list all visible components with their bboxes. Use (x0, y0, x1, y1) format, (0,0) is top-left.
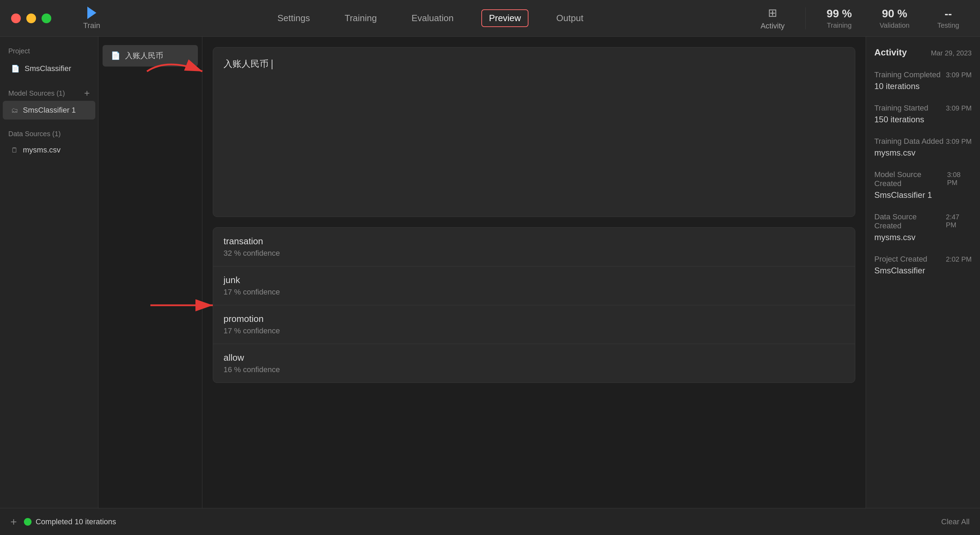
train-label: Train (83, 21, 100, 30)
activity-entry-0-value: 10 iterations (874, 81, 972, 91)
stat-testing-value: -- (945, 7, 952, 20)
status-text: Completed 10 iterations (36, 517, 116, 526)
result-item-0: transation 32 % confidence (213, 228, 855, 266)
cursor (272, 60, 272, 69)
result-confidence-1: 17 % confidence (224, 288, 845, 296)
train-button[interactable]: Train (62, 6, 121, 30)
activity-panel-title: Activity (874, 47, 907, 58)
activity-entry-4: Data Source Created 2:47 PM mysms.csv (874, 212, 972, 242)
stat-validation-label: Validation (880, 21, 909, 29)
bottom-bar: + Completed 10 iterations Clear All (0, 508, 980, 535)
traffic-lights (0, 14, 62, 23)
main-content: Project 📄 SmsClassifier Model Sources (1… (0, 37, 980, 508)
status-dot-icon (24, 518, 32, 525)
activity-entry-2-title: Training Data Added (874, 137, 943, 146)
result-item-3: allow 16 % confidence (213, 344, 855, 382)
maximize-button[interactable] (41, 14, 51, 23)
sidebar-item-data-source-1[interactable]: 🗒 mysms.csv (3, 141, 95, 159)
data-sources-title: Data Sources (1) (8, 130, 60, 138)
tab-training[interactable]: Training (337, 10, 383, 26)
activity-entry-3-header: Model Source Created 3:08 PM (874, 170, 972, 190)
stat-testing: -- Testing (937, 7, 959, 29)
tab-settings[interactable]: Settings (270, 10, 317, 26)
data-source-icon: 🗒 (11, 146, 18, 154)
activity-entry-4-header: Data Source Created 2:47 PM (874, 212, 972, 232)
result-confidence-2: 17 % confidence (224, 326, 845, 335)
stat-training: 99 % Training (826, 7, 852, 29)
activity-entry-2-value: mysms.csv (874, 148, 972, 158)
model-sources-title: Model Sources (1) (8, 89, 65, 97)
input-text: 入账人民币 (224, 59, 269, 69)
activity-entry-3-time: 3:08 PM (947, 171, 972, 187)
sidebar-project-title: Project (0, 47, 98, 55)
activity-label: Activity (760, 21, 785, 30)
stat-validation: 90 % Validation (880, 7, 909, 29)
stat-training-value: 99 % (826, 7, 852, 20)
clear-all-button[interactable]: Clear All (941, 517, 970, 526)
sidebar-model-section: Model Sources (1) + 🗂 SmsClassifier 1 (0, 88, 98, 119)
activity-panel-header: Activity Mar 29, 2023 (874, 47, 972, 58)
tab-output[interactable]: Output (549, 10, 590, 26)
tab-preview[interactable]: Preview (481, 10, 528, 27)
activity-entry-0: Training Completed 3:09 PM 10 iterations (874, 70, 972, 91)
activity-panel-date: Mar 29, 2023 (931, 49, 972, 57)
result-confidence-0: 32 % confidence (224, 249, 845, 258)
result-confidence-3: 16 % confidence (224, 365, 845, 374)
activity-entry-0-time: 3:09 PM (946, 71, 972, 79)
stat-validation-value: 90 % (882, 7, 907, 20)
activity-panel: Activity Mar 29, 2023 Training Completed… (865, 37, 980, 508)
results-wrapper: transation 32 % confidence junk 17 % con… (213, 227, 855, 383)
activity-entry-0-title: Training Completed (874, 70, 940, 80)
add-sample-button[interactable]: + (10, 516, 17, 527)
sidebar-project-name: SmsClassifier (25, 64, 71, 73)
activity-entry-1: Training Started 3:09 PM 150 iterations (874, 103, 972, 124)
preview-area: 入账人民币 (202, 37, 865, 508)
sample-item-1[interactable]: 📄 入账人民币 (103, 45, 198, 67)
content-area: 📄 入账人民币 入账人民币 (99, 37, 865, 508)
text-input-box[interactable]: 入账人民币 (213, 47, 855, 217)
stat-training-label: Training (827, 21, 852, 29)
activity-entry-5: Project Created 2:02 PM SmsClassifier (874, 255, 972, 275)
activity-entry-1-title: Training Started (874, 103, 928, 113)
activity-entry-2-header: Training Data Added 3:09 PM (874, 137, 972, 148)
activity-entry-5-header: Project Created 2:02 PM (874, 255, 972, 266)
titlebar: Train Settings Training Evaluation Previ… (0, 0, 980, 37)
minimize-button[interactable] (26, 14, 36, 23)
result-label-0: transation (224, 236, 845, 247)
activity-entry-5-time: 2:02 PM (946, 255, 972, 263)
activity-icon: ⊞ (768, 6, 777, 19)
stats-area: 99 % Training 90 % Validation -- Testing (805, 7, 980, 29)
sidebar-item-project[interactable]: 📄 SmsClassifier (3, 59, 95, 78)
activity-entry-1-header: Training Started 3:09 PM (874, 103, 972, 115)
model-sources-header: Model Sources (1) + (0, 88, 98, 98)
model-source-icon: 🗂 (11, 107, 18, 115)
data-sources-header: Data Sources (1) (0, 130, 98, 138)
sidebar-project-section: Project 📄 SmsClassifier (0, 47, 98, 78)
result-label-2: promotion (224, 314, 845, 324)
activity-entry-4-time: 2:47 PM (946, 213, 972, 229)
close-button[interactable] (11, 14, 21, 23)
activity-entry-1-time: 3:09 PM (946, 104, 972, 112)
sidebar: Project 📄 SmsClassifier Model Sources (1… (0, 37, 99, 508)
activity-entry-0-header: Training Completed 3:09 PM (874, 70, 972, 81)
activity-entry-3-title: Model Source Created (874, 170, 947, 188)
tab-evaluation[interactable]: Evaluation (404, 10, 460, 26)
activity-entry-2: Training Data Added 3:09 PM mysms.csv (874, 137, 972, 158)
play-icon (88, 6, 96, 19)
activity-entry-1-value: 150 iterations (874, 115, 972, 124)
nav-tabs: Settings Training Evaluation Preview Out… (121, 10, 740, 27)
sidebar-item-model-source-1[interactable]: 🗂 SmsClassifier 1 (3, 101, 95, 119)
sample-item-1-text: 入账人民币 (125, 51, 163, 61)
activity-entry-5-title: Project Created (874, 255, 928, 264)
data-source-1-name: mysms.csv (23, 145, 60, 154)
result-item-2: promotion 17 % confidence (213, 305, 855, 344)
activity-entry-3: Model Source Created 3:08 PM SmsClassifi… (874, 170, 972, 200)
activity-entry-2-time: 3:09 PM (946, 138, 972, 145)
sample-file-icon: 📄 (111, 51, 120, 60)
activity-entry-4-title: Data Source Created (874, 212, 946, 231)
activity-button[interactable]: ⊞ Activity (740, 6, 806, 30)
add-model-source-button[interactable]: + (84, 88, 90, 98)
activity-entry-4-value: mysms.csv (874, 232, 972, 242)
activity-entry-3-value: SmsClassifier 1 (874, 190, 972, 200)
result-item-1: junk 17 % confidence (213, 266, 855, 305)
